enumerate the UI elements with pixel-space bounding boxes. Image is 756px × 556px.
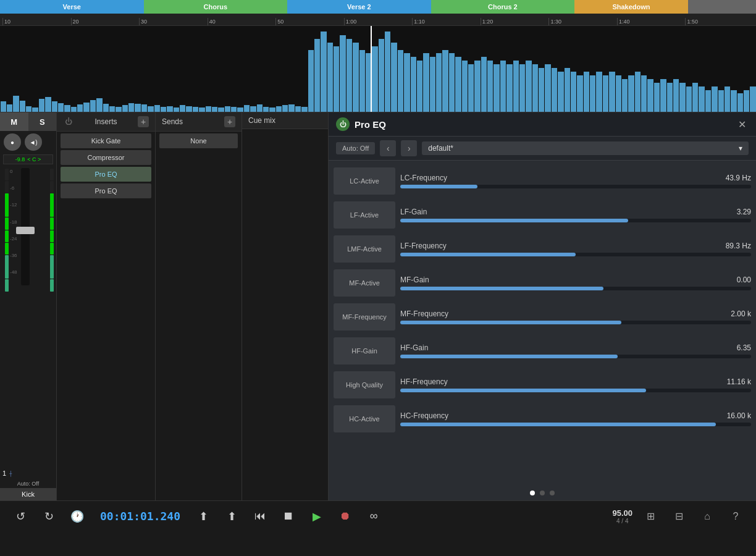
waveform-bar: [731, 90, 736, 112]
waveform-area[interactable]: [0, 26, 756, 112]
stop-button[interactable]: ⏹: [278, 506, 299, 527]
fader-knob[interactable]: [16, 227, 35, 234]
pro-eq-panel: ⏻ Pro EQ ✕ Auto: Off ‹ › default* ▾ LC-A…: [329, 112, 756, 500]
eq-slider-track[interactable]: [400, 253, 751, 256]
send-item[interactable]: None: [159, 133, 238, 148]
arrangement-section[interactable]: Chorus 2: [431, 0, 575, 14]
eq-auto-button[interactable]: Auto: Off: [336, 142, 375, 154]
eq-prev-button[interactable]: ‹: [380, 140, 396, 156]
cue-panel-header: Cue mix: [242, 112, 328, 129]
eq-preset-chevron-icon: ▾: [739, 144, 742, 153]
undo-button[interactable]: ↺: [10, 506, 31, 527]
waveform-bar: [225, 106, 230, 112]
eq-param-row: MF-FrequencyMF-Frequency2.00 k: [334, 301, 751, 333]
eq-param-name: LF-Frequency: [400, 242, 447, 250]
track-name[interactable]: Kick: [0, 488, 56, 500]
eq-band-button[interactable]: MF-Active: [334, 269, 395, 297]
eq-page-dot[interactable]: [550, 491, 555, 495]
waveform-bar: [712, 86, 717, 112]
eq-band-button[interactable]: LF-Active: [334, 201, 395, 229]
eq-slider-track[interactable]: [400, 287, 751, 290]
eq-page-dot[interactable]: [530, 491, 535, 495]
waveform-bar: [391, 43, 397, 112]
eq-slider-fill: [400, 321, 621, 324]
waveform-bar: [39, 99, 44, 112]
eq-param-row: LF-ActiveLF-Gain3.29: [334, 199, 751, 231]
sends-add-button[interactable]: +: [224, 116, 235, 127]
inserts-add-button[interactable]: +: [138, 116, 149, 127]
eq-preset-selector[interactable]: default* ▾: [422, 141, 749, 155]
insert-item[interactable]: Kick Gate: [61, 133, 151, 148]
home-icon[interactable]: ⌂: [697, 506, 718, 527]
sends-list: None: [156, 132, 242, 150]
inserts-power-button[interactable]: ⏻: [63, 116, 74, 127]
eq-slider-track[interactable]: [400, 219, 751, 222]
upload-button[interactable]: ⬆: [221, 506, 242, 527]
waveform-bar: [468, 64, 474, 112]
insert-item[interactable]: Pro EQ: [61, 167, 151, 182]
grid-icon[interactable]: ⊟: [668, 506, 689, 527]
play-button[interactable]: ▶: [306, 506, 327, 527]
arrangement-section[interactable]: Shakedown: [574, 0, 688, 14]
eq-icon[interactable]: ⊞: [640, 506, 661, 527]
waveform-bar: [13, 96, 19, 112]
arrangement-section[interactable]: Chorus: [144, 0, 288, 14]
eq-param-name: HF-Gain: [400, 343, 428, 352]
transport-time-display: 00:01:01.240: [100, 510, 180, 523]
waveform-bar: [77, 104, 83, 112]
eq-page-dot[interactable]: [540, 491, 545, 495]
solo-button[interactable]: S: [28, 112, 57, 131]
eq-slider-track[interactable]: [400, 321, 751, 324]
waveform-bar: [231, 107, 237, 112]
insert-item[interactable]: Pro EQ: [61, 183, 151, 198]
waveform-bar: [45, 97, 51, 112]
loop-button[interactable]: ∞: [363, 506, 384, 527]
arrangement-section[interactable]: Verse 2: [287, 0, 431, 14]
waveform-bar: [141, 104, 147, 112]
eq-band-button[interactable]: MF-Frequency: [334, 303, 395, 331]
monitor-button[interactable]: ◄): [25, 133, 42, 151]
eq-next-button[interactable]: ›: [401, 140, 417, 156]
skip-back-button[interactable]: ⏮: [250, 506, 271, 527]
waveform-bar: [411, 57, 416, 112]
waveform-bar: [282, 105, 288, 112]
ruler-mark: 10: [2, 18, 71, 25]
eq-slider-track[interactable]: [400, 389, 751, 392]
insert-item[interactable]: Compressor: [61, 150, 151, 165]
eq-band-button[interactable]: HC-Active: [334, 405, 395, 432]
waveform-bar: [660, 79, 666, 112]
waveform-bar: [340, 35, 345, 112]
eq-band-button[interactable]: LMF-Active: [334, 235, 395, 263]
eq-band-button[interactable]: High Quality: [334, 371, 395, 398]
record-arm-button[interactable]: ●: [4, 133, 21, 151]
eq-slider-track[interactable]: [400, 355, 751, 358]
eq-slider-track[interactable]: [400, 423, 751, 426]
ms-icons: ● ◄): [0, 131, 56, 153]
waveform-bar: [327, 43, 333, 112]
waveform-bar: [135, 104, 140, 112]
mute-button[interactable]: M: [0, 112, 28, 131]
redo-button[interactable]: ↻: [38, 506, 59, 527]
record-button[interactable]: ⏺: [335, 506, 356, 527]
track-number: 1: [2, 470, 6, 477]
arrangement-section[interactable]: Verse: [0, 0, 144, 14]
help-icon[interactable]: ?: [725, 506, 746, 527]
mixer-strip: M S ● ◄) -9.8 < C >: [0, 112, 57, 500]
export-button[interactable]: ⬆: [193, 506, 214, 527]
waveform-bar: [269, 107, 275, 112]
eq-band-button[interactable]: LC-Active: [334, 167, 395, 195]
waveform-bar: [487, 61, 493, 112]
eq-band-button[interactable]: HF-Gain: [334, 337, 395, 364]
eq-slider-track[interactable]: [400, 185, 751, 188]
eq-power-button[interactable]: ⏻: [336, 117, 350, 131]
waveform-bar: [244, 105, 250, 112]
waveform-bar: [500, 61, 506, 112]
eq-param-detail: LF-Gain3.29: [400, 208, 751, 222]
eq-page-dots: [329, 486, 756, 500]
eq-close-button[interactable]: ✕: [735, 117, 749, 131]
waveform-bar: [212, 107, 217, 112]
waveform-bar: [641, 75, 647, 112]
waveform-bar: [744, 90, 749, 112]
waveform-bar: [161, 107, 166, 112]
waveform-bar: [526, 61, 531, 112]
